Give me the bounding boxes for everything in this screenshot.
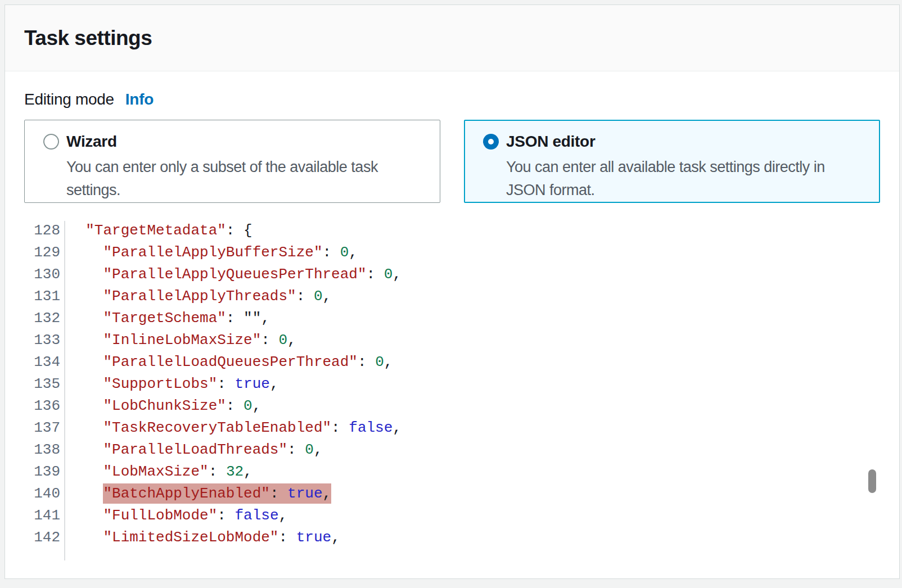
code-token: "SupportLobs" <box>103 376 217 392</box>
code-token: : <box>226 310 243 327</box>
code-text[interactable]: "TargetMetadata": { <box>65 220 252 242</box>
code-text[interactable]: "ParallelLoadThreads": 0, <box>65 439 323 461</box>
code-token: "BatchApplyEnabled" <box>103 485 269 502</box>
gutter-divider <box>64 221 65 560</box>
editing-mode-label: Editing mode <box>24 91 114 108</box>
code-token: , <box>393 266 402 283</box>
radio-icon[interactable] <box>483 134 499 150</box>
code-text[interactable]: "ParallelApplyQueuesPerThread": 0, <box>65 264 402 286</box>
code-line[interactable]: 137 "TaskRecoveryTableEnabled": false, <box>29 417 880 439</box>
code-token: "FullLobMode" <box>103 507 217 524</box>
code-token: : <box>278 529 296 546</box>
code-line[interactable]: 136 "LobChunkSize": 0, <box>29 395 880 417</box>
option-label: Wizard <box>66 133 426 151</box>
editing-mode-row: Editing mode Info <box>24 91 880 108</box>
code-token: "LimitedSizeLobMode" <box>103 529 278 546</box>
line-number: 131 <box>29 286 65 307</box>
line-number: 142 <box>29 527 65 549</box>
code-text[interactable]: "FullLobMode": false, <box>65 505 287 527</box>
task-settings-panel: Task settings Editing mode Info Wizard Y… <box>4 4 900 579</box>
code-token: , <box>393 419 402 436</box>
code-token: "" <box>243 310 261 327</box>
code-token: , <box>323 288 332 305</box>
panel-body: Editing mode Info Wizard You can enter o… <box>5 71 899 549</box>
code-line[interactable]: 138 "ParallelLoadThreads": 0, <box>29 439 880 461</box>
code-token: : <box>358 354 375 370</box>
code-token: "TargetSchema" <box>103 310 226 327</box>
code-token: : <box>209 463 226 480</box>
line-number: 140 <box>29 483 65 505</box>
info-link[interactable]: Info <box>125 91 154 108</box>
code-text[interactable]: "BatchApplyEnabled": true, <box>65 483 331 505</box>
option-tile-wizard[interactable]: Wizard You can enter only a subset of th… <box>24 120 440 203</box>
code-token: : <box>217 507 234 524</box>
panel-header: Task settings <box>5 5 899 71</box>
highlighted-code[interactable]: "BatchApplyEnabled": true, <box>103 485 331 502</box>
code-token: 32 <box>226 463 243 480</box>
code-token: : <box>331 419 349 436</box>
code-token: "ParallelLoadThreads" <box>103 441 287 458</box>
code-line[interactable]: 132 "TargetSchema": "", <box>29 307 880 329</box>
code-token: true <box>296 529 331 546</box>
code-token: , <box>349 244 358 261</box>
json-code-editor[interactable]: 128 "TargetMetadata": { 129 "ParallelApp… <box>29 220 880 549</box>
editing-mode-options: Wizard You can enter only a subset of th… <box>24 120 880 203</box>
code-token: , <box>243 463 252 480</box>
code-token: true <box>234 376 269 392</box>
code-token: : <box>226 222 243 239</box>
code-line[interactable]: 128 "TargetMetadata": { <box>29 220 880 242</box>
option-tile-json-editor[interactable]: JSON editor You can enter all available … <box>464 120 880 203</box>
code-token: , <box>287 332 296 349</box>
code-token: : <box>217 376 234 392</box>
code-text[interactable]: "LobChunkSize": 0, <box>65 395 261 417</box>
code-token: "LobMaxSize" <box>103 463 208 480</box>
code-token: "InlineLobMaxSize" <box>103 332 261 349</box>
option-label: JSON editor <box>506 133 866 151</box>
code-token: "ParallelApplyBufferSize" <box>103 244 322 261</box>
vertical-scrollbar-thumb[interactable] <box>868 469 876 493</box>
code-token: : <box>270 485 287 502</box>
option-description: You can enter only a subset of the avail… <box>66 156 426 202</box>
code-token: , <box>314 441 323 458</box>
code-line[interactable]: 141 "FullLobMode": false, <box>29 505 880 527</box>
code-text[interactable]: "ParallelLoadQueuesPerThread": 0, <box>65 351 393 373</box>
line-number: 139 <box>29 461 65 483</box>
line-number: 130 <box>29 264 65 286</box>
code-token: 0 <box>305 441 314 458</box>
code-text[interactable]: "LobMaxSize": 32, <box>65 461 252 483</box>
code-line[interactable]: 140 "BatchApplyEnabled": true, <box>29 483 880 505</box>
code-token: false <box>234 507 278 524</box>
code-token: , <box>261 310 270 327</box>
line-number: 138 <box>29 439 65 461</box>
code-line[interactable]: 139 "LobMaxSize": 32, <box>29 461 880 483</box>
code-line[interactable]: 133 "InlineLobMaxSize": 0, <box>29 329 880 351</box>
code-text[interactable]: "LimitedSizeLobMode": true, <box>65 527 340 549</box>
code-token: "LobChunkSize" <box>103 397 226 414</box>
line-number: 135 <box>29 373 65 395</box>
code-token: , <box>279 507 288 524</box>
code-token: : <box>287 441 305 458</box>
code-text[interactable]: "SupportLobs": true, <box>65 373 279 395</box>
code-token: "ParallelLoadQueuesPerThread" <box>103 354 357 370</box>
code-text[interactable]: "InlineLobMaxSize": 0, <box>65 329 296 351</box>
code-token: : <box>323 244 340 261</box>
code-text[interactable]: "ParallelApplyBufferSize": 0, <box>65 242 358 264</box>
code-token: false <box>349 419 393 436</box>
code-line[interactable]: 135 "SupportLobs": true, <box>29 373 880 395</box>
code-token: , <box>384 354 393 370</box>
code-token: "ParallelApplyThreads" <box>103 288 296 305</box>
code-text[interactable]: "TaskRecoveryTableEnabled": false, <box>65 417 402 439</box>
code-text[interactable]: "ParallelApplyThreads": 0, <box>65 286 331 307</box>
code-line[interactable]: 142 "LimitedSizeLobMode": true, <box>29 527 880 549</box>
code-text[interactable]: "TargetSchema": "", <box>65 307 270 329</box>
code-token: , <box>252 397 261 414</box>
code-token: 0 <box>279 332 288 349</box>
line-number: 133 <box>29 329 65 351</box>
code-line[interactable]: 130 "ParallelApplyQueuesPerThread": 0, <box>29 264 880 286</box>
code-token: 0 <box>314 288 323 305</box>
radio-icon[interactable] <box>43 134 59 150</box>
code-line[interactable]: 134 "ParallelLoadQueuesPerThread": 0, <box>29 351 880 373</box>
code-line[interactable]: 129 "ParallelApplyBufferSize": 0, <box>29 242 880 264</box>
code-token: : <box>226 397 243 414</box>
code-line[interactable]: 131 "ParallelApplyThreads": 0, <box>29 286 880 307</box>
